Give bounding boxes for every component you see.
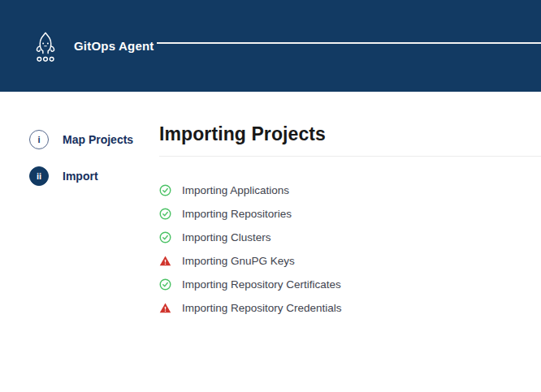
success-check-icon	[159, 184, 171, 196]
error-triangle-icon	[159, 302, 171, 314]
content-area: i Map Projects ii Import Importing Proje…	[0, 92, 541, 320]
gitops-agent-window: GitOps Agent i Map Projects ii Import Im…	[0, 0, 541, 392]
header-divider-line	[157, 42, 541, 44]
step-import[interactable]: ii Import	[29, 166, 159, 186]
status-item: Importing Clusters	[159, 226, 541, 249]
success-check-icon	[159, 278, 171, 291]
step-1-label: Map Projects	[63, 133, 133, 146]
step-2-label: Import	[63, 170, 98, 183]
app-title: GitOps Agent	[74, 39, 154, 53]
status-label: Importing Repository Credentials	[182, 302, 342, 314]
status-label: Importing GnuPG Keys	[182, 255, 295, 267]
status-item: Importing Applications	[159, 179, 541, 202]
error-triangle-icon	[159, 255, 171, 267]
status-label: Importing Applications	[182, 184, 289, 196]
success-check-icon	[159, 208, 171, 220]
page-title: Importing Projects	[159, 123, 541, 145]
status-item: Importing GnuPG Keys	[159, 249, 541, 273]
status-item: Importing Repositories	[159, 202, 541, 226]
argo-octopus-icon	[31, 30, 60, 64]
step-1-indicator: i	[29, 130, 49, 149]
title-divider	[159, 156, 541, 157]
step-map-projects[interactable]: i Map Projects	[29, 130, 159, 149]
status-item: Importing Repository Certificates	[159, 273, 541, 296]
import-status-list: Importing ApplicationsImporting Reposito…	[159, 179, 541, 320]
status-label: Importing Clusters	[182, 231, 271, 243]
step-2-indicator: ii	[29, 166, 49, 186]
status-item: Importing Repository Credentials	[159, 296, 541, 320]
app-header: GitOps Agent	[0, 0, 541, 92]
success-check-icon	[159, 231, 171, 243]
import-panel: Importing Projects Importing Application…	[159, 92, 541, 320]
wizard-steps-sidebar: i Map Projects ii Import	[0, 92, 159, 320]
status-label: Importing Repositories	[182, 208, 292, 220]
status-label: Importing Repository Certificates	[182, 278, 341, 291]
